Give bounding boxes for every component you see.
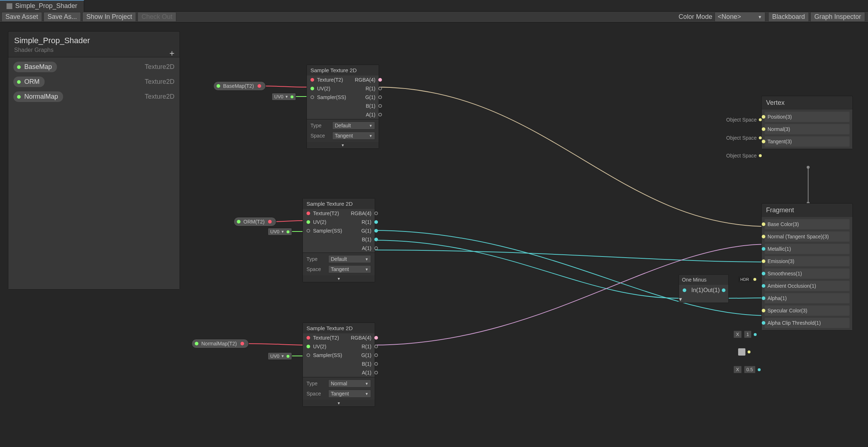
sample-type-dropdown[interactable]: Default▼ xyxy=(332,122,375,130)
stack-block-tangent[interactable]: Tangent(3) xyxy=(765,136,850,147)
property-drag-port[interactable] xyxy=(217,84,220,88)
block-input-port[interactable] xyxy=(762,272,765,275)
block-input-port[interactable] xyxy=(762,284,765,288)
stack-block-emission[interactable]: Emission(3) xyxy=(765,256,850,266)
stack-block-normal[interactable]: Normal(3) xyxy=(765,124,850,134)
sample-texture-2d-node[interactable]: Sample Texture 2D Texture(T2) UV(2) Samp… xyxy=(303,323,375,407)
add-property-button[interactable]: + xyxy=(169,48,174,58)
input-port-uv[interactable] xyxy=(310,87,314,90)
block-input-port[interactable] xyxy=(762,115,765,119)
input-port-sampler[interactable] xyxy=(307,353,310,357)
stack-block-basecolor[interactable]: Base Color(3) xyxy=(765,219,850,229)
output-port-g[interactable] xyxy=(374,229,378,233)
uv-output-port[interactable] xyxy=(287,355,289,358)
input-port-sampler[interactable] xyxy=(307,229,310,233)
blackboard-toggle-button[interactable]: Blackboard xyxy=(768,12,809,22)
property-node-basemap[interactable]: BaseMap(T2) xyxy=(213,81,266,91)
input-port-texture[interactable] xyxy=(310,78,314,82)
save-as-button[interactable]: Save As... xyxy=(44,12,81,22)
block-input-port[interactable] xyxy=(762,259,765,263)
sample-space-dropdown[interactable]: Tangent▼ xyxy=(328,265,371,273)
block-input-port[interactable] xyxy=(762,247,765,251)
block-input-port[interactable] xyxy=(762,127,765,131)
input-port-sampler[interactable] xyxy=(310,95,314,99)
stack-block-ambient-occlusion[interactable]: Ambient Occlusion(1) xyxy=(765,281,850,291)
vertex-stack[interactable]: Vertex Position(3) Normal(3) Tangent(3) xyxy=(761,96,853,149)
property-output-port[interactable] xyxy=(258,84,261,88)
preview-toggle[interactable]: ▾ xyxy=(303,275,375,282)
output-port-a[interactable] xyxy=(374,246,378,250)
block-input-port[interactable] xyxy=(762,235,765,238)
input-port-texture[interactable] xyxy=(307,336,310,340)
output-port-g[interactable] xyxy=(378,95,382,99)
preview-toggle[interactable]: ▾ xyxy=(303,400,375,406)
one-minus-node[interactable]: One Minus In(1) Out(1) ▾ xyxy=(679,274,729,303)
output-port-b[interactable] xyxy=(378,104,382,108)
uv-output-port[interactable] xyxy=(291,95,293,98)
stack-block-smoothness[interactable]: Smoothness(1) xyxy=(765,268,850,279)
output-port-rgba[interactable] xyxy=(378,78,382,82)
property-node-orm[interactable]: ORM(T2) xyxy=(234,217,276,226)
output-port-rgba[interactable] xyxy=(374,212,378,215)
stack-block-alpha-clip[interactable]: Alpha Clip Threshold(1) xyxy=(765,318,850,328)
block-input-port[interactable] xyxy=(762,222,765,226)
input-port-in[interactable] xyxy=(683,288,686,292)
default-port-icon xyxy=(758,368,761,371)
sample-type-dropdown[interactable]: Default▼ xyxy=(328,255,371,263)
sample-texture-2d-node[interactable]: Sample Texture 2D Texture(T2) UV(2) Samp… xyxy=(303,198,375,282)
stack-block-normal-ts[interactable]: Normal (Tangent Space)(3) xyxy=(765,231,850,242)
blackboard-property-row[interactable]: ORM Texture2D xyxy=(13,77,174,87)
graph-surface[interactable]: Simple_Prop_Shader Shader Graphs + BaseM… xyxy=(0,22,868,447)
tab-active[interactable]: Simple_Prop_Shader xyxy=(0,0,84,12)
property-drag-port[interactable] xyxy=(195,342,198,345)
sample-space-dropdown[interactable]: Tangent▼ xyxy=(332,132,375,140)
color-swatch[interactable] xyxy=(738,348,745,356)
alpha-clip-default[interactable]: X0.5 xyxy=(733,366,761,373)
save-asset-button[interactable]: Save Asset xyxy=(1,12,42,22)
blackboard-panel[interactable]: Simple_Prop_Shader Shader Graphs + BaseM… xyxy=(8,31,180,290)
sample-space-dropdown[interactable]: Tangent▼ xyxy=(328,390,371,398)
property-node-normalmap[interactable]: NormalMap(T2) xyxy=(192,339,249,348)
block-input-port[interactable] xyxy=(762,296,765,300)
sample-texture-2d-node[interactable]: Sample Texture 2D Texture(T2) UV(2) Samp… xyxy=(307,65,379,149)
uv-output-port[interactable] xyxy=(287,230,289,233)
output-port-b[interactable] xyxy=(374,238,378,241)
fragment-stack[interactable]: Fragment Base Color(3) Normal (Tangent S… xyxy=(761,203,853,331)
preview-toggle[interactable]: ▾ xyxy=(307,142,379,148)
sample-type-dropdown[interactable]: Normal▼ xyxy=(328,380,371,387)
input-port-uv[interactable] xyxy=(307,345,310,348)
output-port-g[interactable] xyxy=(374,353,378,357)
output-port-a[interactable] xyxy=(378,113,382,116)
stack-block-metallic[interactable]: Metallic(1) xyxy=(765,244,850,254)
stack-block-specular-color[interactable]: Specular Color(3) xyxy=(765,305,850,316)
preview-toggle[interactable]: ▾ xyxy=(679,296,728,303)
graph-inspector-toggle-button[interactable]: Graph Inspector xyxy=(810,12,865,22)
output-port-rgba[interactable] xyxy=(374,336,378,340)
property-output-port[interactable] xyxy=(240,342,244,345)
color-mode-dropdown[interactable]: <None>▼ xyxy=(715,12,765,22)
output-port-a[interactable] xyxy=(374,371,378,374)
hdr-color-default[interactable]: HDR xyxy=(738,276,756,282)
input-port-uv[interactable] xyxy=(307,220,310,224)
blackboard-property-row[interactable]: BaseMap Texture2D xyxy=(13,62,174,72)
block-input-port[interactable] xyxy=(762,309,765,312)
stack-block-position[interactable]: Position(3) xyxy=(765,112,850,122)
output-port-r[interactable] xyxy=(374,220,378,224)
output-port-r[interactable] xyxy=(374,345,378,348)
property-output-port[interactable] xyxy=(268,220,272,224)
uv-channel-dropdown[interactable]: UV0▼ xyxy=(268,228,292,235)
uv-channel-dropdown[interactable]: UV0▼ xyxy=(268,352,292,360)
output-port-b[interactable] xyxy=(374,362,378,366)
show-in-project-button[interactable]: Show In Project xyxy=(82,12,136,22)
alpha-default[interactable]: X1 xyxy=(733,331,757,338)
uv-channel-dropdown[interactable]: UV0▼ xyxy=(272,93,296,101)
output-port-out[interactable] xyxy=(722,288,725,292)
stack-block-alpha[interactable]: Alpha(1) xyxy=(765,293,850,303)
block-input-port[interactable] xyxy=(762,321,765,325)
output-port-r[interactable] xyxy=(378,87,382,90)
input-port-texture[interactable] xyxy=(307,212,310,215)
block-input-port[interactable] xyxy=(762,140,765,143)
blackboard-property-row[interactable]: NormalMap Texture2D xyxy=(13,91,174,102)
specular-default[interactable] xyxy=(738,348,750,356)
property-drag-port[interactable] xyxy=(237,220,240,224)
